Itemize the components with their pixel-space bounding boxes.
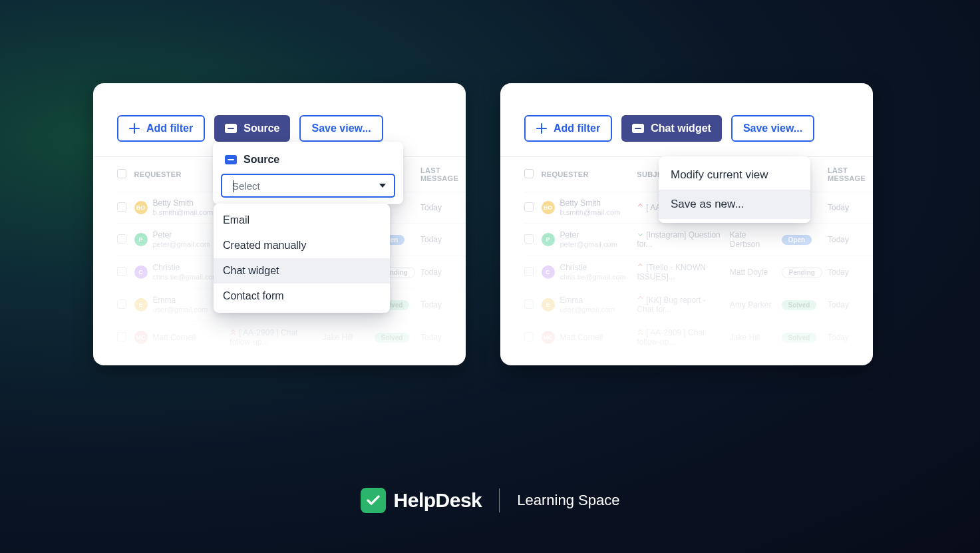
source-icon	[225, 124, 237, 133]
row-checkbox[interactable]	[117, 299, 126, 309]
avatar: MC	[134, 331, 148, 344]
requester-name: Matt Cornell	[560, 333, 603, 343]
source-dropdown: EmailCreated manuallyChat widgetContact …	[214, 204, 390, 313]
dropdown-option[interactable]: Created manually	[214, 233, 390, 258]
last-message: Today	[828, 321, 873, 354]
last-message: Today	[828, 289, 873, 321]
requester-name: Christie	[153, 264, 219, 273]
subject-text: [Instagram] Question for...	[637, 230, 720, 249]
save-view-button[interactable]: Save view...	[299, 115, 383, 142]
save-view-label: Save view...	[743, 122, 802, 134]
requester-name: Betty Smith	[560, 199, 621, 208]
avatar: C	[542, 266, 555, 279]
status-badge: Solved	[782, 333, 817, 343]
table-row[interactable]: E Emma user@gmail.com [KK] Bug report - …	[524, 289, 873, 321]
row-checkbox[interactable]	[117, 234, 126, 244]
row-checkbox[interactable]	[524, 332, 534, 341]
add-filter-button[interactable]: Add filter	[524, 115, 612, 142]
source-filter-chip[interactable]: Chat widget	[621, 115, 722, 142]
dropdown-option[interactable]: Chat widget	[214, 258, 390, 283]
source-popover-header: Source	[213, 151, 403, 174]
avatar: BO	[134, 201, 148, 214]
table-row[interactable]: P Peter peter@gmail.com [Instagram] Ques…	[524, 224, 873, 256]
dropdown-option[interactable]: Email	[214, 208, 390, 233]
source-filter-chip[interactable]: Source	[214, 115, 290, 142]
save-view-popover: Modify current viewSave as new...	[659, 156, 810, 223]
last-message: Today	[828, 192, 873, 224]
row-checkbox[interactable]	[524, 299, 534, 309]
requester-email: b.smith@mail.com	[153, 208, 214, 217]
subject-text: [ AA-2909 ] Chat follow-up...	[230, 328, 297, 347]
status-badge: Pending	[782, 267, 822, 278]
add-filter-label: Add filter	[554, 122, 600, 134]
subject-text: [KK] Bug report - Chat for...	[637, 295, 705, 314]
source-filter-label: Source	[244, 122, 279, 134]
priority-arrow-icon	[637, 204, 643, 210]
plus-icon	[129, 123, 140, 134]
assignee: Amy Parker	[730, 289, 782, 321]
last-message: Today	[420, 192, 466, 224]
last-message: Today	[420, 224, 466, 256]
menu-option[interactable]: Save as new...	[659, 190, 810, 219]
source-select-placeholder: Select	[232, 180, 260, 192]
row-checkbox[interactable]	[524, 202, 534, 212]
source-icon	[225, 155, 237, 164]
last-message: Today	[420, 256, 466, 289]
priority-arrow-icon	[637, 264, 643, 270]
requester-email: b.smith@mail.com	[560, 208, 621, 217]
source-popover: Source Select	[213, 142, 403, 204]
avatar: BO	[542, 201, 555, 214]
row-checkbox[interactable]	[117, 202, 126, 212]
col-last-message: LAST MESSAGE	[828, 157, 873, 192]
status-badge: Solved	[782, 300, 817, 310]
plus-icon	[536, 123, 547, 134]
status-badge: Solved	[375, 333, 410, 343]
last-message: Today	[420, 321, 466, 354]
row-checkbox[interactable]	[524, 234, 534, 244]
requester-name: Betty Smith	[153, 199, 214, 208]
add-filter-button[interactable]: Add filter	[117, 115, 205, 142]
brand-subtitle: Learning Space	[517, 492, 619, 509]
requester-name: Matt Cornell	[153, 333, 196, 343]
brand-footer: HelpDesk Learning Space	[361, 488, 620, 513]
last-message: Today	[420, 289, 466, 321]
text-cursor	[233, 180, 234, 192]
table-row[interactable]: C Christie chris.tie@gmail.com [Trello -…	[524, 256, 873, 289]
row-checkbox[interactable]	[524, 267, 534, 276]
priority-arrow-icon	[637, 329, 643, 335]
chevron-down-icon	[379, 184, 386, 188]
source-select[interactable]: Select	[221, 174, 395, 198]
avatar: P	[542, 233, 555, 246]
requester-name: Peter	[560, 231, 617, 240]
priority-arrow-icon	[230, 329, 236, 335]
avatar: E	[542, 298, 555, 311]
row-checkbox[interactable]	[117, 267, 126, 276]
status-badge: Open	[782, 235, 812, 245]
requester-name: Christie	[560, 264, 626, 273]
add-filter-label: Add filter	[146, 122, 193, 134]
brand-logo: HelpDesk	[361, 488, 482, 513]
table-row[interactable]: MC Matt Cornell [ AA-2909 ] Chat follow-…	[524, 321, 873, 354]
checkbox-all[interactable]	[524, 169, 534, 178]
requester-email: peter@gmail.com	[153, 240, 210, 249]
avatar: MC	[542, 331, 555, 344]
card-right: Add filter Chat widget Save view... REQU…	[500, 83, 873, 365]
priority-arrow-icon	[637, 231, 643, 238]
last-message: Today	[828, 224, 873, 256]
brand-divider	[499, 488, 500, 512]
dropdown-option[interactable]: Contact form	[214, 283, 390, 309]
requester-name: Peter	[153, 231, 210, 240]
table-row[interactable]: MC Matt Cornell [ AA-2909 ] Chat follow-…	[117, 321, 466, 354]
helpdesk-logo-icon	[361, 488, 386, 513]
col-requester: REQUESTER	[542, 157, 637, 192]
subject-text: [Trello - KNOWN ISSUES]...	[637, 263, 706, 281]
requester-name: Emma	[153, 296, 208, 305]
priority-arrow-icon	[637, 296, 643, 303]
subject-text: [ AA-2909 ] Chat follow-up...	[637, 328, 705, 347]
menu-option[interactable]: Modify current view	[659, 160, 810, 190]
requester-email: chris.tie@gmail.com	[560, 273, 626, 281]
checkbox-all[interactable]	[117, 169, 126, 178]
row-checkbox[interactable]	[117, 332, 126, 341]
last-message: Today	[828, 256, 873, 289]
save-view-button[interactable]: Save view...	[731, 115, 814, 142]
